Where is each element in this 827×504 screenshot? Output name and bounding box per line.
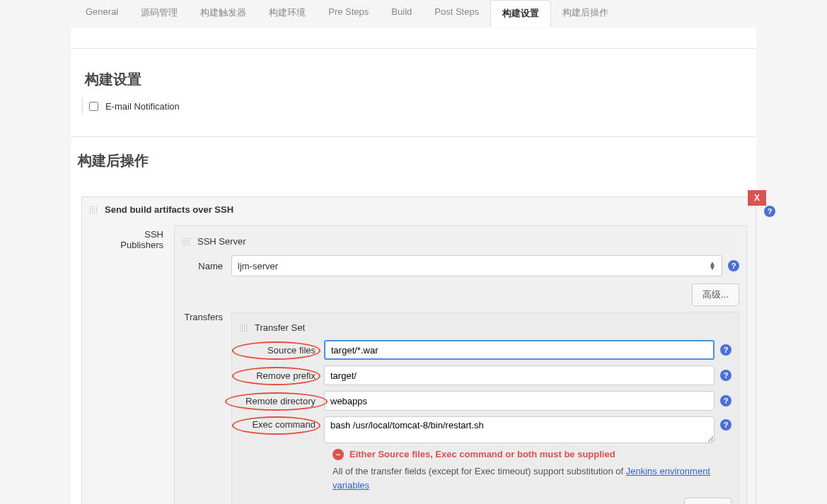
transfer-set-label: Transfer Set [255, 322, 305, 333]
error-message: Either Source files, Exec command or bot… [349, 449, 615, 459]
hint-text: All of the transfer fields (except for E… [239, 464, 731, 492]
name-label: Name [182, 261, 231, 271]
help-icon[interactable]: ? [720, 370, 731, 381]
ssh-publishers-label: SSH Publishers [103, 225, 174, 504]
help-icon[interactable]: ? [720, 395, 731, 406]
drag-handle-icon[interactable] [89, 206, 98, 214]
panel-title: Send build artifacts over SSH [105, 204, 233, 215]
error-icon: − [332, 449, 344, 460]
tab-scm[interactable]: 源码管理 [129, 0, 189, 27]
source-files-label: Source files [267, 345, 316, 356]
help-icon[interactable]: ? [728, 260, 739, 271]
remote-directory-input[interactable] [324, 391, 715, 411]
exec-command-textarea[interactable]: bash /usr/local/tomcat-8/bin/restart.sh [324, 416, 715, 443]
ssh-publisher-panel: X ? Send build artifacts over SSH SSH Pu… [81, 197, 756, 504]
help-icon[interactable]: ? [720, 344, 731, 356]
transfers-label: Transfers [182, 312, 231, 322]
post-actions-heading: 构建后操作 [71, 137, 756, 179]
advanced-button[interactable]: 高级... [684, 498, 731, 504]
select-arrows-icon: ▲▼ [709, 262, 716, 270]
tab-post-steps[interactable]: Post Steps [423, 0, 490, 27]
remote-directory-label: Remote directory [245, 396, 316, 406]
tab-general[interactable]: General [74, 0, 129, 27]
tab-env[interactable]: 构建环境 [258, 0, 317, 27]
help-icon[interactable]: ? [720, 419, 731, 430]
tab-post-actions[interactable]: 构建后操作 [551, 0, 620, 27]
exec-command-label: Exec command [252, 419, 316, 430]
drag-handle-icon[interactable] [182, 238, 190, 246]
tab-triggers[interactable]: 构建触发器 [189, 0, 258, 27]
ssh-server-label: SSH Server [197, 236, 246, 247]
advanced-button[interactable]: 高级... [692, 283, 739, 306]
remove-prefix-input[interactable] [324, 365, 715, 385]
tab-pre-steps[interactable]: Pre Steps [317, 0, 380, 27]
build-settings-heading: 构建设置 [78, 56, 756, 98]
drag-handle-icon[interactable] [239, 324, 248, 332]
close-panel-button[interactable]: X [748, 190, 766, 206]
email-notification-checkbox[interactable] [89, 102, 98, 111]
tab-build[interactable]: Build [380, 0, 423, 27]
remove-prefix-label: Remove prefix [256, 370, 316, 381]
ssh-server-select[interactable]: ljm-server ▲▼ [231, 255, 722, 276]
config-tabs: General 源码管理 构建触发器 构建环境 Pre Steps Build … [0, 0, 827, 28]
help-icon[interactable]: ? [764, 206, 775, 217]
email-notification-label: E-mail Notification [105, 101, 180, 112]
tab-build-settings[interactable]: 构建设置 [490, 0, 551, 27]
source-files-input[interactable] [324, 340, 715, 360]
